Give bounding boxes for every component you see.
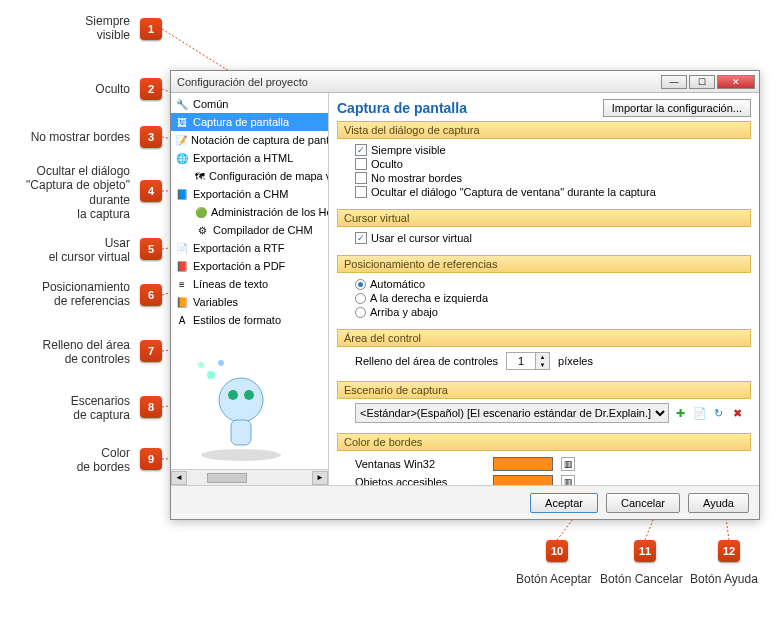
callout-badge-12: 12 — [718, 540, 740, 562]
tree-icon: 📙 — [175, 295, 189, 309]
checkbox-hide-capture-dialog[interactable] — [355, 186, 367, 198]
sidebar-item-label: Exportación a HTML — [193, 152, 293, 164]
radio-top-bottom[interactable] — [355, 307, 366, 318]
copy-scenario-icon[interactable]: 📄 — [692, 405, 707, 421]
sidebar-item-4[interactable]: 🗺Configuración de mapa v — [171, 167, 328, 185]
sidebar-item-7[interactable]: ⚙Compilador de CHM — [171, 221, 328, 239]
tree-icon: 📝 — [175, 133, 187, 147]
svg-rect-28 — [231, 420, 251, 445]
color-row-1: Objetos accesibles▥ — [355, 473, 745, 485]
callout-label-12: Botón Ayuda — [690, 572, 758, 586]
section-border-colors[interactable]: Color de bordes — [337, 433, 751, 451]
sidebar-item-label: Exportación a CHM — [193, 188, 288, 200]
section-reference-positioning[interactable]: Posicionamiento de referencias — [337, 255, 751, 273]
sidebar-item-2[interactable]: 📝Notación de captura de pantal — [171, 131, 328, 149]
callout-badge-7: 7 — [140, 340, 162, 362]
svg-point-29 — [207, 371, 215, 379]
sidebar-item-label: Común — [193, 98, 228, 110]
label-no-borders: No mostrar bordes — [371, 172, 462, 184]
label-hidden: Oculto — [371, 158, 403, 170]
svg-point-25 — [219, 378, 263, 422]
delete-scenario-icon[interactable]: ✖ — [730, 405, 745, 421]
maximize-button[interactable]: ☐ — [689, 75, 715, 89]
control-padding-input[interactable] — [507, 353, 535, 369]
section-virtual-cursor[interactable]: Cursor virtual — [337, 209, 751, 227]
checkbox-no-borders[interactable] — [355, 172, 367, 184]
callout-label-5: Usar el cursor virtual — [0, 236, 130, 265]
radio-left-right[interactable] — [355, 293, 366, 304]
color-swatch[interactable] — [493, 475, 553, 485]
tree-icon: 🟢 — [195, 205, 207, 219]
minimize-button[interactable]: — — [661, 75, 687, 89]
callout-badge-5: 5 — [140, 238, 162, 260]
sidebar-item-label: Variables — [193, 296, 238, 308]
project-config-window: Configuración del proyecto — ☐ ✕ 🔧Común🖼… — [170, 70, 760, 520]
svg-point-27 — [244, 390, 254, 400]
titlebar[interactable]: Configuración del proyecto — ☐ ✕ — [171, 71, 759, 93]
callout-badge-3: 3 — [140, 126, 162, 148]
callout-label-3: No mostrar bordes — [0, 130, 130, 144]
sidebar: 🔧Común🖼Captura de pantalla📝Notación de c… — [171, 93, 329, 485]
color-picker-icon[interactable]: ▥ — [561, 457, 575, 471]
checkbox-always-visible[interactable]: ✓ — [355, 144, 367, 156]
color-picker-icon[interactable]: ▥ — [561, 475, 575, 485]
window-title: Configuración del proyecto — [175, 76, 659, 88]
color-label: Objetos accesibles — [355, 476, 485, 485]
sidebar-item-5[interactable]: 📘Exportación a CHM — [171, 185, 328, 203]
svg-point-30 — [198, 362, 204, 368]
label-virtual-cursor: Usar el cursor virtual — [371, 232, 472, 244]
scenario-select[interactable]: <Estándar>(Español) [El escenario estánd… — [355, 403, 669, 423]
sidebar-item-0[interactable]: 🔧Común — [171, 95, 328, 113]
callout-label-4: Ocultar el diálogo "Captura de objeto" d… — [0, 164, 130, 222]
radio-auto[interactable] — [355, 279, 366, 290]
add-scenario-icon[interactable]: ✚ — [673, 405, 688, 421]
sidebar-item-11[interactable]: 📙Variables — [171, 293, 328, 311]
cancel-button[interactable]: Cancelar — [606, 493, 680, 513]
tree-icon: ⚙ — [195, 223, 209, 237]
tree-icon: 📕 — [175, 259, 189, 273]
tree-icon: 🖼 — [175, 115, 189, 129]
callout-badge-9: 9 — [140, 448, 162, 470]
callout-label-7: Relleno del área de controles — [0, 338, 130, 367]
tree-icon: 🌐 — [175, 151, 189, 165]
scroll-thumb[interactable] — [207, 473, 247, 483]
color-swatch[interactable] — [493, 457, 553, 471]
sidebar-item-10[interactable]: ≡Líneas de texto — [171, 275, 328, 293]
sidebar-item-3[interactable]: 🌐Exportación a HTML — [171, 149, 328, 167]
label-top-bottom: Arriba y abajo — [370, 306, 438, 318]
sidebar-item-9[interactable]: 📕Exportación a PDF — [171, 257, 328, 275]
label-hide-capture-dialog: Ocultar el diálogo "Captura de ventana" … — [371, 186, 656, 198]
spin-up-icon[interactable]: ▲ — [535, 353, 549, 361]
callout-label-8: Escenarios de captura — [0, 394, 130, 423]
sidebar-item-6[interactable]: 🟢Administración de los He — [171, 203, 328, 221]
checkbox-virtual-cursor[interactable]: ✓ — [355, 232, 367, 244]
section-capture-dialog-view[interactable]: Vista del diálogo de captura — [337, 121, 751, 139]
spin-down-icon[interactable]: ▼ — [535, 361, 549, 369]
ok-button[interactable]: Aceptar — [530, 493, 598, 513]
callout-badge-2: 2 — [140, 78, 162, 100]
sidebar-item-label: Estilos de formato — [193, 314, 281, 326]
sidebar-item-label: Exportación a PDF — [193, 260, 285, 272]
checkbox-hidden[interactable] — [355, 158, 367, 170]
import-config-button[interactable]: Importar la configuración... — [603, 99, 751, 117]
callout-badge-8: 8 — [140, 396, 162, 418]
callout-badge-10: 10 — [546, 540, 568, 562]
reset-scenario-icon[interactable]: ↻ — [711, 405, 726, 421]
help-button[interactable]: Ayuda — [688, 493, 749, 513]
section-control-area[interactable]: Área del control — [337, 329, 751, 347]
label-left-right: A la derecha e izquierda — [370, 292, 488, 304]
page-title: Captura de pantalla — [337, 100, 603, 116]
scroll-right-button[interactable]: ► — [312, 471, 328, 485]
label-auto: Automático — [370, 278, 425, 290]
control-padding-spinner[interactable]: ▲▼ — [506, 352, 550, 370]
sidebar-item-12[interactable]: AEstilos de formato — [171, 311, 328, 329]
sidebar-item-1[interactable]: 🖼Captura de pantalla — [171, 113, 328, 131]
sidebar-item-8[interactable]: 📄Exportación a RTF — [171, 239, 328, 257]
main-panel: Captura de pantalla Importar la configur… — [329, 93, 759, 485]
tree-icon: ≡ — [175, 277, 189, 291]
callout-label-2: Oculto — [0, 82, 130, 96]
scroll-left-button[interactable]: ◄ — [171, 471, 187, 485]
section-capture-scenario[interactable]: Escenario de captura — [337, 381, 751, 399]
sidebar-scrollbar[interactable]: ◄ ► — [171, 469, 328, 485]
close-button[interactable]: ✕ — [717, 75, 755, 89]
